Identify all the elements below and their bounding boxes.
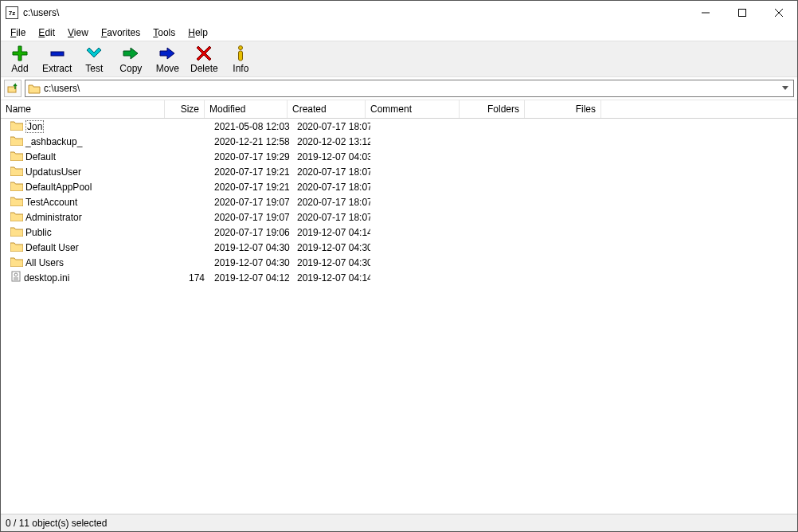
list-item[interactable]: Default2020-07-17 19:292019-12-07 04:03 [1,149,797,164]
file-list[interactable]: Jon2021-05-08 12:032020-07-17 18:07_ashb… [1,119,797,514]
folder-icon [10,120,23,133]
column-headers: Name Size Modified Created Comment Folde… [1,100,797,119]
address-text: c:\users\ [44,83,780,94]
address-bar: c:\users\ [1,77,797,100]
file-name: DefaultAppPool [25,182,92,193]
file-name: All Users [25,257,64,268]
arrow-right-green-icon [120,45,141,62]
check-icon [84,45,104,62]
file-created: 2019-12-07 04:30 [292,257,370,268]
file-name: desktop.ini [24,272,69,284]
header-size[interactable]: Size [165,100,205,118]
file-name: Jon [25,120,44,133]
file-modified: 2020-07-17 19:29 [209,151,292,162]
minus-icon [47,45,68,62]
list-item[interactable]: desktop.ini1742019-12-07 04:122019-12-07… [1,270,797,285]
menu-view[interactable]: View [62,26,94,39]
folder-icon [28,83,41,94]
status-bar: 0 / 11 object(s) selected [1,514,797,531]
folder-icon [10,166,23,178]
file-modified: 2020-07-17 19:07 [209,212,292,223]
folder-icon [10,181,23,194]
toolbar: Add Extract Test Copy Move Delete Info [1,41,797,77]
svg-rect-4 [51,52,64,56]
folder-icon [10,135,23,148]
file-name: UpdatusUser [25,166,81,178]
copy-button[interactable]: Copy [116,45,145,74]
list-item[interactable]: Default User2019-12-07 04:302019-12-07 0… [1,240,797,255]
file-modified: 2019-12-07 04:30 [209,242,292,253]
list-item[interactable]: Jon2021-05-08 12:032020-07-17 18:07 [1,119,797,134]
file-modified: 2020-07-17 19:07 [209,197,292,208]
list-item[interactable]: DefaultAppPool2020-07-17 19:212020-07-17… [1,179,797,194]
file-size: 174 [170,272,209,284]
header-files[interactable]: Files [525,100,601,118]
svg-rect-1 [739,10,746,17]
info-icon [230,45,251,62]
header-created[interactable]: Created [288,100,366,118]
file-created: 2020-07-17 18:07 [292,166,370,178]
svg-point-5 [239,46,243,50]
file-name: TestAccount [25,197,77,208]
file-modified: 2019-12-07 04:12 [209,272,292,284]
file-created: 2020-07-17 18:07 [292,212,370,223]
list-item[interactable]: All Users2019-12-07 04:302019-12-07 04:3… [1,255,797,270]
file-name: Administrator [25,212,82,223]
maximize-button[interactable] [724,1,761,25]
x-icon [194,45,214,62]
test-button[interactable]: Test [80,45,108,74]
app-icon: 7z [6,6,18,19]
file-modified: 2019-12-07 04:30 [209,257,292,268]
folder-icon [10,196,23,209]
list-item[interactable]: UpdatusUser2020-07-17 19:212020-07-17 18… [1,164,797,179]
header-comment[interactable]: Comment [366,100,460,118]
list-item[interactable]: Public2020-07-17 19:062019-12-07 04:14 [1,225,797,240]
file-icon [10,271,22,284]
header-modified[interactable]: Modified [205,100,288,118]
menu-help[interactable]: Help [182,26,213,39]
file-created: 2019-12-07 04:30 [292,242,370,253]
file-name: Default User [25,242,79,253]
window-controls [687,1,797,25]
move-button[interactable]: Move [153,45,182,74]
header-folders[interactable]: Folders [460,100,525,118]
file-created: 2020-07-17 18:07 [292,182,370,193]
plus-icon [10,45,30,62]
folder-icon [10,226,23,239]
arrow-right-blue-icon [157,45,178,62]
file-modified: 2021-05-08 12:03 [209,121,292,132]
up-button[interactable] [4,80,22,97]
file-created: 2020-07-17 18:07 [292,197,370,208]
menu-edit[interactable]: Edit [33,26,61,39]
list-item[interactable]: Administrator2020-07-17 19:072020-07-17 … [1,209,797,225]
info-button[interactable]: Info [226,45,255,74]
folder-up-icon [7,83,18,94]
extract-button[interactable]: Extract [42,45,72,74]
delete-button[interactable]: Delete [190,45,218,74]
add-button[interactable]: Add [6,45,34,74]
close-button[interactable] [761,1,797,25]
menu-file[interactable]: File [5,26,31,39]
folder-icon [10,211,23,224]
file-name: Default [25,151,56,162]
menu-tools[interactable]: Tools [147,26,181,39]
file-name: _ashbackup_ [25,136,82,147]
file-created: 2019-12-07 04:03 [292,151,370,162]
folder-icon [10,241,23,254]
file-name: Public [25,227,52,238]
file-created: 2019-12-07 04:14 [292,227,370,238]
menu-favorites[interactable]: Favorites [96,26,146,39]
address-input[interactable]: c:\users\ [25,80,794,97]
minimize-button[interactable] [687,1,724,25]
file-created: 2020-07-17 18:07 [292,121,370,132]
titlebar: 7z c:\users\ [1,1,797,25]
file-modified: 2020-07-17 19:21 [209,182,292,193]
list-item[interactable]: _ashbackup_2020-12-21 12:582020-12-02 13… [1,134,797,149]
file-created: 2020-12-02 13:12 [292,136,370,147]
status-text: 0 / 11 object(s) selected [6,518,107,529]
header-name[interactable]: Name [1,100,165,118]
list-item[interactable]: TestAccount2020-07-17 19:072020-07-17 18… [1,194,797,209]
address-dropdown[interactable] [780,86,791,91]
file-modified: 2020-07-17 19:21 [209,166,292,178]
file-modified: 2020-07-17 19:06 [209,227,292,238]
